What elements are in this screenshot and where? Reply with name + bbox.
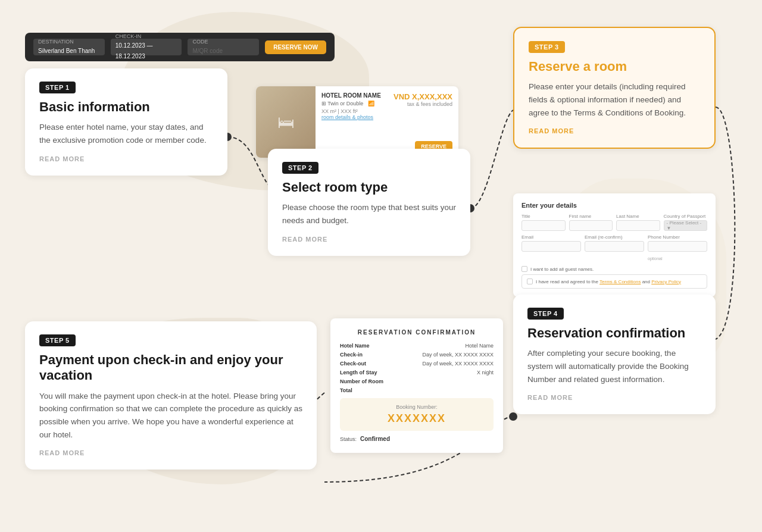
step5-body: You will make the payment upon check-in … <box>39 390 302 441</box>
status-row: Status: Confirmed <box>340 436 494 442</box>
agree-row: I have read and agreed to the Terms & Co… <box>521 274 707 289</box>
title-field: Title <box>521 214 566 231</box>
code-field: CODE M/QR code <box>188 39 259 55</box>
step2-body: Please choose the room type that best su… <box>282 201 456 227</box>
step1-title: Basic information <box>39 99 213 115</box>
status-label: Status: <box>340 436 357 442</box>
step4-card: STEP 4 Reservation confirmation After co… <box>513 295 716 414</box>
checkin-val: Day of week, XX XXXX XXXX <box>422 352 494 358</box>
step5-title: Payment upon check-in and enjoy your vac… <box>39 352 302 384</box>
confirm-title: RESERVATION CONFIRMATION <box>340 329 494 336</box>
room-price: VND X,XXX,XXX tax & fees included <box>394 92 452 107</box>
step3-title: Reserve a room <box>529 59 700 74</box>
reserve-now-button[interactable]: RESERVE NOW <box>265 40 326 54</box>
add-guests-row: I want to add all guest names. <box>521 266 707 272</box>
details-row-1: Title First name Last Name Country of Pa… <box>521 214 707 231</box>
destination-label: DESTINATION <box>38 39 95 45</box>
preview-bar: DESTINATION Silverland Ben Thanh CHECK-I… <box>25 33 335 61</box>
add-guests-checkbox[interactable] <box>521 266 527 272</box>
lastname-field: Last Name <box>616 214 660 231</box>
step5-badge: STEP 5 <box>39 334 76 346</box>
room-image: 🛏 <box>256 86 316 158</box>
step1-body: Please enter hotel name, your stay dates… <box>39 121 213 146</box>
agree-checkbox[interactable] <box>527 278 533 284</box>
checkin-row: Check-in Day of week, XX XXXX XXXX <box>340 352 494 358</box>
step3-body: Please enter your details (including req… <box>529 80 700 119</box>
rooms-key: Number of Room <box>340 378 383 384</box>
room-price-sublabel: tax & fees included <box>394 101 452 107</box>
step3-card: STEP 3 Reserve a room Please enter your … <box>513 27 716 149</box>
privacy-link[interactable]: Privacy Policy <box>651 279 681 284</box>
code-placeholder: M/QR code <box>192 48 223 54</box>
details-preview: Enter your details Title First name Last… <box>513 193 716 297</box>
step4-badge: STEP 4 <box>527 308 564 320</box>
agree-label: I have read and agreed to the Terms & Co… <box>536 279 681 284</box>
step2-badge: STEP 2 <box>282 162 318 174</box>
firstname-field: First name <box>569 214 613 231</box>
details-row-2: Email Email (re-confirm) Phone Number op… <box>521 234 707 262</box>
passport-field: Country of Passport - Please Select - ▼ <box>664 214 708 231</box>
length-val: X night <box>477 370 494 375</box>
checkin-field: CHECK-IN 10.12.2023 — 18.12.2023 <box>111 39 182 55</box>
hotel-name-row: Hotel Name Hotel Name <box>340 343 494 349</box>
hotel-name-val: Hotel Name <box>465 343 494 349</box>
length-row: Length of Stay X night <box>340 370 494 375</box>
details-title: Enter your details <box>521 202 707 209</box>
checkin-key: Check-in <box>340 352 363 358</box>
step2-read-more[interactable]: READ MORE <box>282 236 456 243</box>
email-confirm-field: Email (re-confirm) <box>585 234 644 262</box>
phone-field: Phone Number optional <box>648 234 707 262</box>
terms-link[interactable]: Terms & Conditions <box>599 279 641 284</box>
checkout-val: Day of week, XX XXXX XXXX <box>422 361 494 367</box>
length-key: Length of Stay <box>340 370 377 375</box>
checkin-value: 10.12.2023 — 18.12.2023 <box>115 42 153 60</box>
step3-badge: STEP 3 <box>529 41 565 53</box>
step4-body: After completing your secure booking, th… <box>527 347 701 386</box>
room-size: XX m² | XXX ft² <box>321 108 452 114</box>
room-price-value: VND X,XXX,XXX <box>394 92 452 101</box>
step4-title: Reservation confirmation <box>527 326 701 341</box>
email-field: Email <box>521 234 581 262</box>
room-details-link[interactable]: room details & photos <box>321 114 452 120</box>
checkin-label: CHECK-IN <box>115 33 177 39</box>
step3-read-more[interactable]: READ MORE <box>529 127 700 134</box>
checkout-row: Check-out Day of week, XX XXXX XXXX <box>340 361 494 367</box>
hotel-name-key: Hotel Name <box>340 343 370 349</box>
booking-label: Booking Number: <box>346 404 488 410</box>
page-container: DESTINATION Silverland Ben Thanh CHECK-I… <box>0 0 762 532</box>
step1-badge: STEP 1 <box>39 82 76 93</box>
bed-icon: 🛏 <box>277 112 294 132</box>
code-label: CODE <box>192 39 223 45</box>
booking-number-box: Booking Number: XXXXXXX <box>340 398 494 431</box>
step2-title: Select room type <box>282 180 456 195</box>
checkout-key: Check-out <box>340 361 366 367</box>
booking-number: XXXXXXX <box>346 412 488 425</box>
status-value: Confirmed <box>360 436 390 442</box>
step4-read-more[interactable]: READ MORE <box>527 394 701 401</box>
total-key: Total <box>340 387 352 393</box>
step1-card: STEP 1 Basic information Please enter ho… <box>25 68 227 176</box>
step2-card: STEP 2 Select room type Please choose th… <box>268 149 470 256</box>
room-preview-card: 🛏 HOTEL ROOM NAME ⊞ Twin or Double 📶 XX … <box>256 86 458 158</box>
step1-read-more[interactable]: READ MORE <box>39 155 213 162</box>
rooms-row: Number of Room <box>340 378 494 384</box>
step5-read-more[interactable]: READ MORE <box>39 449 302 456</box>
destination-value: Silverland Ben Thanh <box>38 48 95 54</box>
step5-card: STEP 5 Payment upon check-in and enjoy y… <box>25 321 317 470</box>
total-row: Total <box>340 387 494 393</box>
add-guests-label: I want to add all guest names. <box>530 267 594 272</box>
confirmation-preview: RESERVATION CONFIRMATION Hotel Name Hote… <box>330 318 503 453</box>
destination-field: DESTINATION Silverland Ben Thanh <box>33 39 105 55</box>
